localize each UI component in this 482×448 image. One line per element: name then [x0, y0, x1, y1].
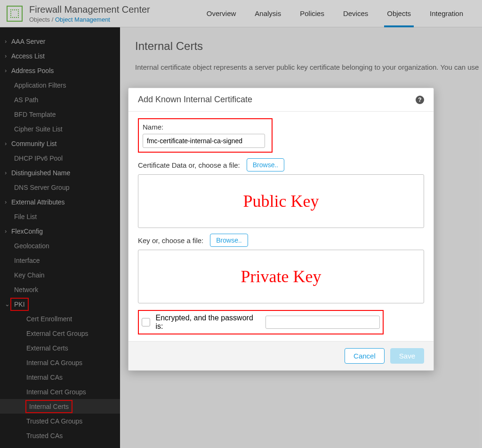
name-field-block: Name: — [138, 118, 273, 153]
private-key-annotation: Private Key — [241, 267, 321, 286]
encrypted-label: Encrypted, and the password is: — [156, 314, 260, 331]
name-input[interactable] — [143, 134, 265, 148]
name-label: Name: — [143, 123, 268, 131]
cert-browse-button[interactable]: Browse.. — [247, 158, 284, 171]
add-cert-modal: Add Known Internal Certificate ? Name: C… — [128, 88, 434, 371]
cert-data-row: Certificate Data or, choose a file: Brow… — [138, 158, 424, 171]
password-input[interactable] — [265, 316, 380, 329]
cert-data-textarea[interactable]: Public Key — [138, 174, 424, 228]
cancel-button[interactable]: Cancel — [345, 348, 385, 364]
cert-data-label: Certificate Data or, choose a file: — [138, 161, 240, 169]
save-button[interactable]: Save — [390, 348, 424, 364]
key-row: Key or, choose a file: Browse.. — [138, 234, 424, 247]
encrypted-checkbox[interactable] — [142, 318, 150, 326]
modal-body: Name: Certificate Data or, choose a file… — [129, 112, 434, 341]
key-browse-button[interactable]: Browse.. — [210, 234, 248, 247]
public-key-annotation: Public Key — [243, 191, 319, 211]
modal-title: Add Known Internal Certificate — [138, 95, 252, 105]
key-label: Key or, choose a file: — [138, 236, 203, 244]
key-textarea[interactable]: Private Key — [138, 250, 424, 303]
encrypted-row: Encrypted, and the password is: — [138, 310, 384, 334]
help-icon[interactable]: ? — [416, 96, 424, 104]
modal-header: Add Known Internal Certificate ? — [129, 88, 434, 112]
modal-footer: Cancel Save — [129, 341, 434, 370]
